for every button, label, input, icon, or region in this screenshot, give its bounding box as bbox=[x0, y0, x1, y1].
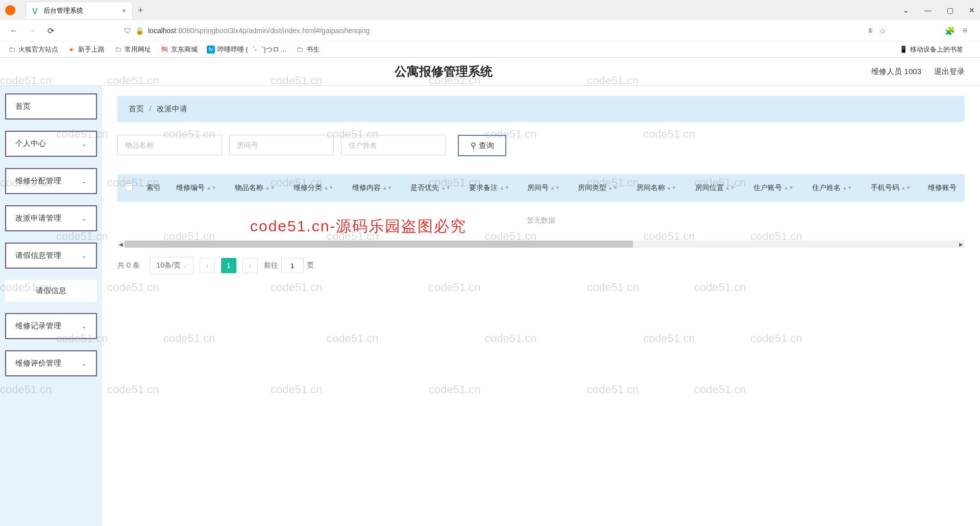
sidebar-label: 维修分配管理 bbox=[15, 176, 61, 186]
sidebar: 首页 个人中心⌄ 维修分配管理⌄ 改派申请管理⌄ 请假信息管理⌄ 请假信息 维修… bbox=[0, 86, 102, 526]
sort-icon[interactable]: ▲▼ bbox=[608, 186, 618, 189]
sidebar-label: 维修记录管理 bbox=[15, 321, 61, 331]
sidebar-item-reassign-request[interactable]: 改派申请管理⌄ bbox=[5, 205, 97, 231]
col-item-name[interactable]: 物品名称▲▼ bbox=[226, 174, 284, 202]
sidebar-label: 首页 bbox=[15, 102, 31, 111]
logout-button[interactable]: 退出登录 bbox=[934, 67, 965, 77]
bookmark-firefox-official[interactable]: 🗀火狐官方站点 bbox=[8, 45, 58, 54]
item-name-input[interactable] bbox=[117, 135, 222, 155]
col-resident-account[interactable]: 住户账号▲▼ bbox=[744, 174, 803, 202]
col-repair-type[interactable]: 维修分类▲▼ bbox=[284, 174, 343, 202]
scroll-left-icon[interactable]: ◀ bbox=[117, 242, 125, 247]
sort-icon[interactable]: ▲▼ bbox=[550, 186, 560, 189]
page-jump: 前往 页 bbox=[264, 258, 314, 273]
extension-icon[interactable]: 🧩 bbox=[945, 26, 955, 36]
col-room-type[interactable]: 房间类型▲▼ bbox=[569, 174, 627, 202]
col-room-name[interactable]: 房间名称▲▼ bbox=[627, 174, 686, 202]
bookmark-getting-started[interactable]: ●新手上路 bbox=[67, 45, 105, 54]
resident-name-input[interactable] bbox=[341, 135, 446, 155]
bookmark-star-icon[interactable]: ☆ bbox=[879, 26, 886, 36]
sidebar-item-repair-assign[interactable]: 维修分配管理⌄ bbox=[5, 168, 97, 194]
sort-icon[interactable]: ▲▼ bbox=[842, 186, 852, 189]
scroll-thumb[interactable] bbox=[125, 241, 633, 248]
col-index[interactable]: 索引 bbox=[140, 174, 167, 202]
breadcrumb-home[interactable]: 首页 bbox=[129, 104, 144, 113]
vue-icon: V bbox=[32, 7, 39, 14]
page-number-current[interactable]: 1 bbox=[221, 258, 236, 273]
tab-bar: V 后台管理系统 × + ⌄ — ▢ ✕ bbox=[0, 0, 980, 20]
bookmark-mobile[interactable]: 📱移动设备上的书签 bbox=[899, 45, 963, 54]
sort-icon[interactable]: ▲▼ bbox=[667, 186, 677, 189]
window-controls: ⌄ — ▢ ✕ bbox=[903, 6, 975, 14]
col-resident-name[interactable]: 住户姓名▲▼ bbox=[803, 174, 862, 202]
sort-icon[interactable]: ▲▼ bbox=[901, 186, 911, 189]
browser-tab[interactable]: V 后台管理系统 × bbox=[26, 2, 133, 19]
reader-icon[interactable]: ⦀⦀ bbox=[868, 27, 871, 35]
back-button[interactable]: ← bbox=[8, 26, 20, 35]
sort-icon[interactable]: ▲▼ bbox=[265, 186, 275, 189]
search-button[interactable]: ⚲ 查询 bbox=[458, 135, 506, 156]
chevron-down-icon: ⌄ bbox=[82, 323, 87, 330]
col-repair-account[interactable]: 维修账号 bbox=[920, 174, 965, 202]
shield-icon: 🛡 bbox=[124, 27, 131, 35]
reload-button[interactable]: ⟳ bbox=[44, 26, 57, 36]
window-maximize-icon[interactable]: ▢ bbox=[947, 6, 953, 14]
checkbox-icon[interactable] bbox=[125, 183, 133, 191]
page-size-select[interactable]: 10条/页 ⌄ bbox=[150, 257, 193, 274]
horizontal-scrollbar[interactable]: ◀ ▶ bbox=[117, 241, 965, 248]
close-icon[interactable]: × bbox=[122, 7, 126, 15]
window-dropdown-icon[interactable]: ⌄ bbox=[903, 6, 909, 14]
url-bar[interactable]: 🛡 🔒 localhost:8080/springboot3lx4p/admin… bbox=[124, 27, 868, 35]
sidebar-item-leave-info[interactable]: 请假信息 bbox=[5, 280, 97, 302]
col-repair-no[interactable]: 维修编号▲▼ bbox=[167, 174, 226, 202]
sort-icon[interactable]: ▲▼ bbox=[783, 186, 794, 189]
firefox-icon: ● bbox=[67, 45, 76, 54]
bookmarks-bar: 🗀火狐官方站点 ●新手上路 🗀常用网址 狗京东商城 tv哔哩哔哩 (゜-゜)つロ… bbox=[0, 41, 980, 57]
app-header: 公寓报修管理系统 维修人员 1003 退出登录 bbox=[0, 58, 980, 86]
select-all-cell[interactable] bbox=[117, 174, 140, 202]
jump-label-pre: 前往 bbox=[264, 261, 278, 270]
col-room-location[interactable]: 房间位置▲▼ bbox=[686, 174, 745, 202]
sort-icon[interactable]: ▲▼ bbox=[499, 186, 509, 189]
menu-icon[interactable]: ≡ bbox=[963, 26, 967, 35]
sidebar-item-home[interactable]: 首页 bbox=[5, 93, 97, 119]
sidebar-item-repair-review[interactable]: 维修评价管理⌄ bbox=[5, 350, 97, 376]
col-repair-content[interactable]: 维修内容▲▼ bbox=[343, 174, 402, 202]
scroll-right-icon[interactable]: ▶ bbox=[958, 242, 965, 247]
search-icon: ⚲ bbox=[471, 141, 476, 150]
col-room-no[interactable]: 房间号▲▼ bbox=[519, 174, 569, 202]
col-remark[interactable]: 要求备注▲▼ bbox=[460, 174, 519, 202]
new-tab-button[interactable]: + bbox=[138, 5, 143, 16]
sort-icon[interactable]: ▲▼ bbox=[725, 186, 736, 189]
breadcrumb-sep: / bbox=[149, 104, 151, 113]
bookmark-shusheng[interactable]: 🗀书生 bbox=[296, 45, 320, 54]
next-page-button[interactable]: › bbox=[242, 258, 258, 273]
sort-icon[interactable]: ▲▼ bbox=[382, 186, 393, 189]
page-jump-input[interactable] bbox=[281, 258, 304, 273]
col-phone[interactable]: 手机号码▲▼ bbox=[862, 174, 920, 202]
window-close-icon[interactable]: ✕ bbox=[969, 6, 975, 14]
col-priority[interactable]: 是否优先▲▼ bbox=[401, 174, 460, 202]
sort-icon[interactable]: ▲▼ bbox=[440, 186, 451, 189]
bookmark-jd[interactable]: 狗京东商城 bbox=[160, 45, 198, 54]
sort-icon[interactable]: ▲▼ bbox=[324, 186, 334, 189]
user-info[interactable]: 维修人员 1003 bbox=[871, 67, 921, 77]
window-minimize-icon[interactable]: — bbox=[924, 6, 932, 14]
sidebar-label: 个人中心 bbox=[15, 139, 46, 149]
sidebar-item-repair-record[interactable]: 维修记录管理⌄ bbox=[5, 313, 97, 339]
mobile-icon: 📱 bbox=[899, 45, 908, 54]
room-number-input[interactable] bbox=[229, 135, 334, 155]
app: 公寓报修管理系统 维修人员 1003 退出登录 首页 个人中心⌄ 维修分配管理⌄… bbox=[0, 58, 980, 526]
chevron-down-icon: ⌄ bbox=[82, 360, 87, 367]
sidebar-item-leave-manage[interactable]: 请假信息管理⌄ bbox=[5, 243, 97, 269]
table-wrap: 索引 维修编号▲▼ 物品名称▲▼ 维修分类▲▼ 维修内容▲▼ 是否优先▲▼ 要求… bbox=[117, 174, 965, 248]
lock-icon: 🔒 bbox=[135, 27, 144, 35]
folder-icon: 🗀 bbox=[114, 45, 122, 54]
forward-button[interactable]: → bbox=[26, 26, 38, 35]
sidebar-item-personal[interactable]: 个人中心⌄ bbox=[5, 131, 97, 157]
jd-icon: 狗 bbox=[160, 45, 168, 54]
bookmark-bilibili[interactable]: tv哔哩哔哩 (゜-゜)つロ ... bbox=[207, 45, 286, 54]
bookmark-common-sites[interactable]: 🗀常用网址 bbox=[114, 45, 151, 54]
sort-icon[interactable]: ▲▼ bbox=[206, 186, 216, 189]
prev-page-button[interactable]: ‹ bbox=[200, 258, 215, 273]
